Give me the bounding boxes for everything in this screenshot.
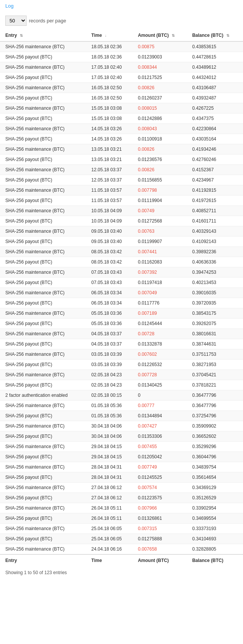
- cell-balance: 0.35909902: [188, 421, 243, 431]
- col-header-balance[interactable]: Balance (BTC) ⇅: [188, 30, 243, 41]
- cell-entry: SHA-256 payout (BTC): [0, 134, 88, 144]
- cell-amount: 0.01199907: [134, 237, 188, 247]
- cell-entry: SHA-256 maintenance (BTC): [0, 483, 88, 493]
- cell-balance: 0.4234967: [188, 175, 243, 185]
- table-row: SHA-256 payout (BTC)01.05.18 05:360.0134…: [0, 411, 243, 421]
- cell-entry: SHA-256 payout (BTC): [0, 298, 88, 308]
- cell-balance: 0.38543175: [188, 308, 243, 319]
- table-row: SHA-256 payout (BTC)26.04.18 05:110.0132…: [0, 513, 243, 524]
- col-header-entry[interactable]: Entry ⇅: [0, 30, 88, 41]
- cell-time: 16.05.18 02:50: [88, 83, 134, 93]
- cell-amount: 0.007315: [134, 524, 188, 534]
- cell-time: 14.05.18 03:26: [88, 134, 134, 144]
- cell-balance: 0.37045421: [188, 370, 243, 380]
- cell-time: 26.04.18 05:11: [88, 503, 134, 513]
- cell-time: 08.05.18 03:42: [88, 257, 134, 267]
- cell-amount: 0.00875: [134, 41, 188, 52]
- cell-balance: 0.37254796: [188, 411, 243, 421]
- cell-balance: 0.35299296: [188, 442, 243, 452]
- cell-entry: SHA-256 maintenance (BTC): [0, 226, 88, 237]
- sort-icon-amount: ⇅: [172, 33, 175, 38]
- cell-entry: SHA-256 payout (BTC): [0, 319, 88, 329]
- cell-entry: SHA-256 maintenance (BTC): [0, 124, 88, 134]
- table-row: SHA-256 payout (BTC)02.05.18 04:230.0134…: [0, 380, 243, 390]
- col-header-amount[interactable]: Amount (BTC) ⇅: [134, 30, 188, 41]
- cell-time: 01.05.18 05:36: [88, 411, 134, 421]
- cell-amount: 0.01245525: [134, 472, 188, 483]
- cell-entry: SHA-256 payout (BTC): [0, 237, 88, 247]
- cell-time: 02.05.18 00:15: [88, 390, 134, 401]
- cell-balance: 0.4267225: [188, 103, 243, 114]
- cell-time: 29.04.18 04:15: [88, 442, 134, 452]
- cell-entry: SHA-256 payout (BTC): [0, 534, 88, 544]
- cell-amount: 0.007749: [134, 462, 188, 472]
- footer-col-time: Time: [88, 554, 134, 566]
- log-link[interactable]: Log: [5, 3, 14, 9]
- cell-amount: 0.007392: [134, 267, 188, 278]
- cell-balance: 0.41092143: [188, 237, 243, 247]
- table-row: SHA-256 payout (BTC)17.05.18 02:400.0121…: [0, 73, 243, 83]
- cell-balance: 0.37511753: [188, 349, 243, 360]
- cell-amount: 0.007189: [134, 308, 188, 319]
- cell-amount: 0.01344894: [134, 411, 188, 421]
- cell-entry: SHA-256 payout (BTC): [0, 155, 88, 165]
- table-row: SHA-256 payout (BTC)16.05.18 02:500.0126…: [0, 93, 243, 103]
- cell-entry: SHA-256 maintenance (BTC): [0, 103, 88, 114]
- cell-entry: SHA-256 maintenance (BTC): [0, 83, 88, 93]
- cell-amount: 0.01156855: [134, 175, 188, 185]
- cell-time: 18.05.18 02:36: [88, 52, 134, 62]
- cell-balance: 0.36477796: [188, 401, 243, 411]
- cell-amount: 0.01275888: [134, 534, 188, 544]
- cell-entry: SHA-256 payout (BTC): [0, 175, 88, 185]
- sort-icon-time: ↓: [105, 33, 107, 38]
- cell-amount: 0.00728: [134, 329, 188, 339]
- cell-amount: 0.01260237: [134, 93, 188, 103]
- per-page-select[interactable]: 50 25 100: [5, 16, 27, 26]
- cell-entry: SHA-256 maintenance (BTC): [0, 267, 88, 278]
- table-row: SHA-256 maintenance (BTC)26.04.18 05:110…: [0, 503, 243, 513]
- col-header-time[interactable]: Time ↓: [88, 30, 134, 41]
- table-row: SHA-256 payout (BTC)27.04.18 06:120.0122…: [0, 493, 243, 503]
- cell-entry: SHA-256 payout (BTC): [0, 472, 88, 483]
- cell-entry: SHA-256 payout (BTC): [0, 114, 88, 124]
- table-row: SHA-256 maintenance (BTC)30.04.18 04:060…: [0, 421, 243, 431]
- cell-balance: 0.43489612: [188, 62, 243, 73]
- cell-entry: SHA-256 maintenance (BTC): [0, 401, 88, 411]
- cell-time: 14.05.18 03:26: [88, 124, 134, 134]
- table-row: SHA-256 payout (BTC)25.04.18 06:050.0127…: [0, 534, 243, 544]
- cell-time: 04.05.18 03:37: [88, 329, 134, 339]
- top-bar: Log: [0, 0, 243, 12]
- cell-amount: 0.007455: [134, 442, 188, 452]
- cell-time: 05.05.18 03:36: [88, 308, 134, 319]
- cell-balance: 0.40213453: [188, 278, 243, 288]
- per-page-label: records per page: [29, 18, 66, 24]
- table-row: SHA-256 maintenance (BTC)02.05.18 04:230…: [0, 370, 243, 380]
- cell-balance: 0.43106487: [188, 83, 243, 93]
- cell-amount: 0.01326861: [134, 513, 188, 524]
- table-row: SHA-256 maintenance (BTC)06.05.18 03:340…: [0, 288, 243, 298]
- cell-balance: 0.34104693: [188, 534, 243, 544]
- cell-time: 26.04.18 05:11: [88, 513, 134, 524]
- table-row: SHA-256 maintenance (BTC)25.04.18 06:050…: [0, 524, 243, 534]
- table-row: SHA-256 maintenance (BTC)27.04.18 06:120…: [0, 483, 243, 493]
- cell-amount: 0.008043: [134, 124, 188, 134]
- cell-entry: SHA-256 payout (BTC): [0, 216, 88, 226]
- cell-amount: 0.007602: [134, 349, 188, 360]
- cell-entry: SHA-256 maintenance (BTC): [0, 329, 88, 339]
- cell-amount: 0.007427: [134, 421, 188, 431]
- cell-balance: 0.4152367: [188, 165, 243, 175]
- cell-time: 05.05.18 03:36: [88, 319, 134, 329]
- table-row: SHA-256 maintenance (BTC)15.05.18 03:080…: [0, 103, 243, 114]
- cell-entry: SHA-256 payout (BTC): [0, 411, 88, 421]
- cell-entry: SHA-256 payout (BTC): [0, 257, 88, 267]
- table-row: SHA-256 maintenance (BTC)18.05.18 02:360…: [0, 41, 243, 52]
- table-row: SHA-256 payout (BTC)04.05.18 03:370.0133…: [0, 339, 243, 349]
- cell-balance: 0.41192815: [188, 185, 243, 196]
- table-row: SHA-256 maintenance (BTC)17.05.18 02:400…: [0, 62, 243, 73]
- cell-amount: 0.007574: [134, 483, 188, 493]
- table-row: SHA-256 payout (BTC)30.04.18 04:060.0135…: [0, 431, 243, 442]
- cell-amount: 0.01332878: [134, 339, 188, 349]
- footer-col-balance: Balance (BTC): [188, 554, 243, 566]
- footer-col-entry: Entry: [0, 554, 88, 566]
- cell-amount: 0.01217525: [134, 73, 188, 83]
